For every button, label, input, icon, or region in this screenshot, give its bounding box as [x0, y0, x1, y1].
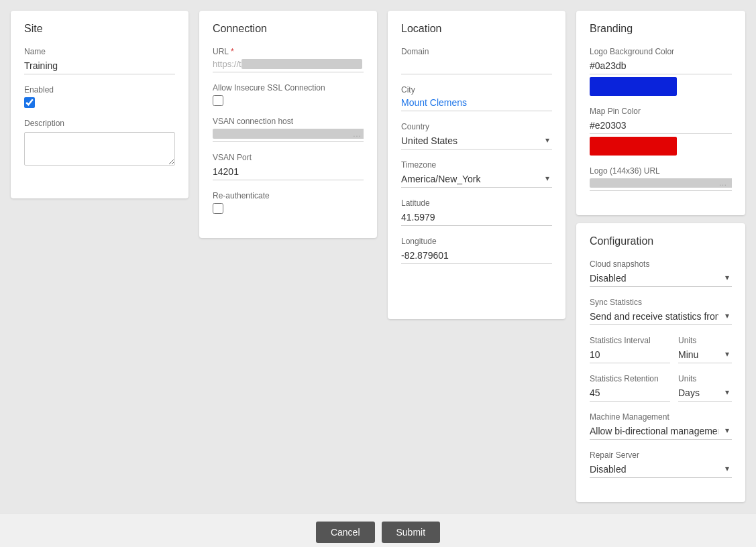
config-stats-retention-input[interactable]: [590, 386, 670, 402]
config-stats-interval-input[interactable]: [590, 348, 670, 363]
connection-allow-insecure-checkbox[interactable]: [213, 95, 223, 106]
site-enabled-label: Enabled: [24, 85, 175, 95]
connection-allow-insecure-checkbox-wrapper: [213, 95, 364, 106]
config-sync-statistics-select[interactable]: Send and receive statistics from t Disab…: [590, 310, 732, 325]
location-card-title: Location: [401, 23, 552, 35]
branding-map-pin-swatch: [590, 137, 677, 156]
location-country-select[interactable]: United States Canada United Kingdom Germ…: [401, 134, 552, 149]
config-sync-statistics-select-wrapper[interactable]: Send and receive statistics from t Disab…: [590, 310, 732, 325]
submit-button[interactable]: Submit: [382, 522, 441, 543]
config-cloud-snapshots-label: Cloud snapshots: [590, 259, 732, 269]
connection-vsan-host-group: VSAN connection host ▓▓▓▓▓▓▓▓▓▓▓▓▓▓▓▓▓▓▓…: [213, 117, 364, 142]
site-enabled-checkbox-wrapper: [24, 97, 175, 108]
branding-card-title: Branding: [590, 23, 732, 35]
connection-allow-insecure-label: Allow Insecure SSL Connection: [213, 83, 364, 93]
branding-logo-bg-color-group: Logo Background Color: [590, 47, 732, 96]
site-description-group: Description: [24, 119, 175, 168]
location-longitude-label: Longitude: [401, 237, 552, 246]
connection-url-label: URL *: [213, 47, 364, 56]
branding-card: Branding Logo Background Color Map Pin C…: [576, 11, 745, 215]
connection-reauthenticate-label: Re-authenticate: [213, 191, 364, 200]
config-stats-retention-units-select[interactable]: Days Weeks Months: [678, 386, 732, 402]
location-timezone-select-wrapper[interactable]: America/New_York America/Chicago America…: [401, 172, 552, 188]
config-stats-interval-row: Statistics Interval Units Minu Hours Day…: [590, 336, 732, 374]
config-machine-mgmt-select-wrapper[interactable]: Allow bi-directional management Disabled…: [590, 424, 732, 440]
site-enabled-checkbox[interactable]: [24, 97, 35, 108]
site-name-label: Name: [24, 47, 175, 56]
config-stats-retention-units-group: Units Days Weeks Months: [678, 374, 732, 402]
location-timezone-select[interactable]: America/New_York America/Chicago America…: [401, 172, 552, 188]
config-stats-retention-units-select-wrapper[interactable]: Days Weeks Months: [678, 386, 732, 402]
cancel-button[interactable]: Cancel: [316, 522, 375, 543]
branding-logo-url-value: ▓▓▓▓▓▓▓▓▓▓▓▓▓▓▓▓▓▓▓▓▓▓▓▓▓▓▓▓▓▓▓▓▓: [590, 178, 732, 191]
config-stats-interval-label: Statistics Interval: [590, 336, 670, 345]
config-repair-server-select[interactable]: Disabled Enabled: [590, 463, 732, 478]
site-card: Site Name Enabled Description: [11, 11, 188, 198]
config-cloud-snapshots-select-wrapper[interactable]: Disabled Enabled: [590, 271, 732, 287]
location-country-label: Country: [401, 122, 552, 131]
connection-card-title: Connection: [213, 23, 364, 35]
location-domain-group: Domain: [401, 47, 552, 74]
location-latitude-group: Latitude: [401, 198, 552, 226]
location-longitude-input[interactable]: [401, 249, 552, 264]
site-enabled-group: Enabled: [24, 85, 175, 108]
config-stats-interval-group: Statistics Interval: [590, 336, 670, 363]
connection-vsan-host-label: VSAN connection host: [213, 117, 364, 126]
site-description-textarea[interactable]: [24, 132, 175, 166]
config-repair-server-select-wrapper[interactable]: Disabled Enabled: [590, 463, 732, 478]
config-machine-mgmt-select[interactable]: Allow bi-directional management Disabled…: [590, 424, 732, 440]
branding-logo-bg-swatch: [590, 77, 677, 96]
site-name-group: Name: [24, 47, 175, 74]
config-cloud-snapshots-select[interactable]: Disabled Enabled: [590, 271, 732, 287]
connection-card: Connection URL * https://t▓▓▓▓▓▓▓▓▓▓▓▓▓▓…: [199, 11, 377, 238]
branding-logo-url-label: Logo (144x36) URL: [590, 166, 732, 176]
footer: Cancel Submit: [0, 513, 756, 547]
config-stats-interval-units-label: Units: [678, 336, 732, 345]
site-description-label: Description: [24, 119, 175, 128]
location-latitude-input[interactable]: [401, 210, 552, 226]
location-city-value: Mount Clemens: [401, 97, 552, 111]
location-timezone-group: Timezone America/New_York America/Chicag…: [401, 160, 552, 188]
config-cloud-snapshots-group: Cloud snapshots Disabled Enabled: [590, 259, 732, 287]
config-repair-server-group: Repair Server Disabled Enabled: [590, 450, 732, 478]
config-stats-retention-group: Statistics Retention: [590, 374, 670, 402]
location-country-group: Country United States Canada United King…: [401, 122, 552, 149]
branding-logo-url-group: Logo (144x36) URL ▓▓▓▓▓▓▓▓▓▓▓▓▓▓▓▓▓▓▓▓▓▓…: [590, 166, 732, 191]
location-card: Location Domain City Mount Clemens Count…: [388, 11, 565, 319]
config-stats-interval-units-select-wrapper[interactable]: Minu Hours Days: [678, 348, 732, 363]
right-column: Branding Logo Background Color Map Pin C…: [576, 11, 745, 502]
config-repair-server-label: Repair Server: [590, 450, 732, 460]
config-stats-interval-units-select[interactable]: Minu Hours Days: [678, 348, 732, 363]
config-stats-interval-units-group: Units Minu Hours Days: [678, 336, 732, 363]
location-timezone-label: Timezone: [401, 160, 552, 170]
connection-vsan-host-value: ▓▓▓▓▓▓▓▓▓▓▓▓▓▓▓▓▓▓▓▓▓▓▓▓▓▓▓▓▓▓▓: [213, 129, 364, 142]
config-machine-mgmt-group: Machine Management Allow bi-directional …: [590, 412, 732, 440]
location-country-select-wrapper[interactable]: United States Canada United Kingdom Germ…: [401, 134, 552, 149]
config-stats-retention-units-label: Units: [678, 374, 732, 383]
connection-allow-insecure-group: Allow Insecure SSL Connection: [213, 83, 364, 106]
connection-url-group: URL * https://t▓▓▓▓▓▓▓▓▓▓▓▓▓▓▓▓▓▓▓: [213, 47, 364, 72]
site-name-input[interactable]: [24, 59, 175, 74]
location-city-group: City Mount Clemens: [401, 85, 552, 111]
branding-map-pin-color-input[interactable]: [590, 119, 732, 134]
location-domain-input[interactable]: [401, 59, 552, 74]
location-domain-label: Domain: [401, 47, 552, 56]
branding-logo-bg-color-input[interactable]: [590, 59, 732, 74]
url-required-star: *: [231, 47, 234, 56]
connection-reauthenticate-checkbox-wrapper: [213, 203, 364, 214]
config-machine-mgmt-label: Machine Management: [590, 412, 732, 422]
config-stats-retention-label: Statistics Retention: [590, 374, 670, 383]
location-city-label: City: [401, 85, 552, 95]
site-card-title: Site: [24, 23, 175, 35]
location-longitude-group: Longitude: [401, 237, 552, 264]
branding-map-pin-color-label: Map Pin Color: [590, 107, 732, 116]
configuration-card: Configuration Cloud snapshots Disabled E…: [576, 223, 745, 502]
connection-vsan-port-input[interactable]: [213, 165, 364, 180]
config-sync-statistics-label: Sync Statistics: [590, 298, 732, 307]
connection-reauthenticate-checkbox[interactable]: [213, 203, 223, 214]
branding-logo-bg-color-label: Logo Background Color: [590, 47, 732, 56]
config-sync-statistics-group: Sync Statistics Send and receive statist…: [590, 298, 732, 325]
connection-url-value: https://t▓▓▓▓▓▓▓▓▓▓▓▓▓▓▓▓▓▓▓: [213, 59, 364, 72]
configuration-card-title: Configuration: [590, 235, 732, 247]
config-stats-retention-row: Statistics Retention Units Days Weeks Mo…: [590, 374, 732, 412]
